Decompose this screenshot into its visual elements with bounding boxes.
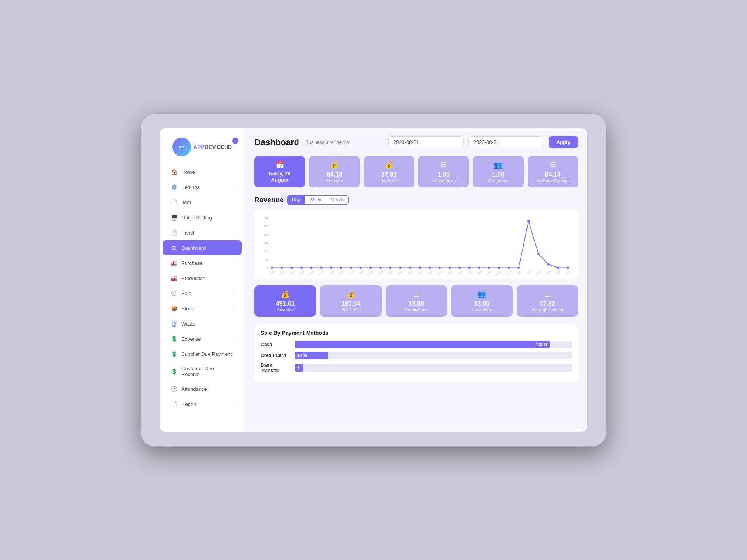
sidebar-item-supplier-due[interactable]: 💲 Supplier Due Payment › <box>163 346 242 361</box>
total-avgreceipt-card: ☰ 37.82 Average Receipt <box>517 285 578 317</box>
tab-month[interactable]: Month <box>326 196 348 204</box>
tablet-screen: APP APPDEV.CO.ID 🏠 Home ⚙️ Se <box>160 128 587 432</box>
revenue-tab-group: Day Week Month <box>287 195 349 205</box>
revenue-section-header: Revenue Day Week Month <box>254 195 578 205</box>
total-transactions-value: 13.00 <box>409 300 424 307</box>
chevron-right-icon: › <box>233 337 234 341</box>
sidebar-item-waste[interactable]: 🗑️ Waste › <box>163 316 242 331</box>
revenue-value: 84.14 <box>326 171 342 178</box>
sidebar-navigation: 🏠 Home ⚙️ Settings › 📄 Item › 🖥️ <box>160 164 245 425</box>
svg-text:09 Aug: 09 Aug <box>347 270 354 275</box>
svg-text:14 Aug: 14 Aug <box>397 270 403 275</box>
payment-row-bank: Bank Transfer 9 <box>261 362 572 373</box>
date-end-input[interactable] <box>468 136 544 148</box>
svg-point-38 <box>508 267 510 269</box>
purchase-icon: 🚛 <box>170 259 177 266</box>
sidebar-item-stock[interactable]: 📦 Stock › <box>163 301 242 316</box>
svg-text:18 Aug: 18 Aug <box>436 270 442 275</box>
chevron-right-icon: › <box>233 231 234 235</box>
svg-text:23 Aug: 23 Aug <box>486 270 492 275</box>
svg-text:10 Aug: 10 Aug <box>357 270 363 275</box>
sidebar-item-customer-due[interactable]: 💲 Customer Due Receive › <box>163 362 242 381</box>
svg-point-41 <box>537 253 540 255</box>
stock-icon: 📦 <box>170 305 177 312</box>
svg-text:16 Aug: 16 Aug <box>416 270 423 275</box>
payment-bar-creditcard: 40.00 <box>295 352 328 359</box>
total-customers-label: Customers <box>472 307 492 312</box>
total-transactions-label: Transactions <box>404 307 429 312</box>
sidebar-item-expense[interactable]: 💲 Expense › <box>163 331 242 346</box>
sidebar-item-report[interactable]: 📄 Report › <box>163 397 242 411</box>
svg-point-15 <box>281 267 283 269</box>
transactions-value: 1.00 <box>438 171 450 178</box>
today-revenue-card: 💰 84.14 Revenue <box>309 156 359 187</box>
payment-methods-section: Sale By Payment Methods Cash 442.11 Cred… <box>254 324 578 382</box>
sidebar-item-item[interactable]: 📄 Item › <box>163 195 242 210</box>
sidebar-item-sale[interactable]: 🛒 Sale › <box>163 286 242 301</box>
item-icon: 📄 <box>170 199 177 206</box>
sidebar-item-settings[interactable]: ⚙️ Settings › <box>163 180 242 194</box>
svg-text:20 Aug: 20 Aug <box>456 270 462 275</box>
transactions-label: Transactions <box>431 178 456 183</box>
payment-label-cash: Cash <box>261 342 292 347</box>
svg-text:07 Aug: 07 Aug <box>328 270 334 275</box>
svg-point-32 <box>449 267 451 269</box>
svg-point-33 <box>458 267 461 269</box>
svg-point-25 <box>379 267 382 269</box>
sidebar-item-label: Settings <box>181 184 200 190</box>
svg-text:100: 100 <box>264 250 269 253</box>
revenue-chart: 300 250 200 150 100 50 0 <box>254 209 578 279</box>
settings-icon: ⚙️ <box>170 184 177 191</box>
chevron-right-icon: › <box>233 387 234 391</box>
svg-point-27 <box>399 267 402 269</box>
sidebar-item-production[interactable]: 🏭 Production › <box>163 271 242 285</box>
tab-day[interactable]: Day <box>287 196 305 204</box>
total-netprofit-icon: 💰 <box>347 290 355 299</box>
total-netprofit-value: 180.54 <box>341 300 360 307</box>
svg-text:24 Aug: 24 Aug <box>495 270 502 275</box>
sidebar-item-dashboard[interactable]: ⊞ Dashboard <box>163 240 242 255</box>
apply-button[interactable]: Apply <box>549 136 578 148</box>
svg-point-20 <box>330 267 332 269</box>
netprofit-value: 37.91 <box>381 171 397 178</box>
main-content: Dashboard Business Intelligence Apply 📅 … <box>245 128 587 432</box>
top-summary-row: 📅 Today, 28, August 💰 84.14 Revenue 💰 37… <box>254 156 578 187</box>
svg-point-17 <box>300 267 303 269</box>
svg-text:19 Aug: 19 Aug <box>446 270 452 275</box>
logo-text: APPDEV.CO.ID <box>193 144 232 150</box>
payment-bar-bank-container: 9 <box>295 364 572 372</box>
payment-row-creditcard: Credit Card 40.00 <box>261 352 572 359</box>
payment-bar-bank: 9 <box>295 364 303 372</box>
total-transactions-card: ☰ 13.00 Transactions <box>386 285 447 317</box>
svg-text:12 Aug: 12 Aug <box>377 270 383 275</box>
date-start-input[interactable] <box>388 136 464 148</box>
sidebar-item-home[interactable]: 🏠 Home <box>163 164 242 179</box>
sidebar-item-label: Sale <box>181 290 191 296</box>
revenue-icon: 💰 <box>330 161 338 169</box>
production-icon: 🏭 <box>170 275 177 282</box>
sale-icon: 🛒 <box>170 290 177 297</box>
tab-week[interactable]: Week <box>305 196 326 204</box>
total-netprofit-label: Net Profit <box>342 307 360 312</box>
payment-methods-title: Sale By Payment Methods <box>261 330 572 336</box>
sidebar-item-outlet[interactable]: 🖥️ Outlet Setting <box>163 210 242 225</box>
today-card: 📅 Today, 28, August <box>254 156 305 187</box>
svg-text:26 Aug: 26 Aug <box>515 270 521 275</box>
svg-text:27 Aug: 27 Aug <box>525 270 531 275</box>
sidebar-item-attendance[interactable]: 🕐 Attendance › <box>163 382 242 396</box>
page-subtitle: Business Intelligence <box>305 140 349 145</box>
panel-icon: 📄 <box>170 229 177 236</box>
payment-row-cash: Cash 442.11 <box>261 341 572 348</box>
svg-text:200: 200 <box>264 233 269 236</box>
svg-point-21 <box>340 267 342 269</box>
dashboard-icon: ⊞ <box>170 244 177 251</box>
payment-value-cash: 442.11 <box>535 343 547 347</box>
avgreceipt-icon: ☰ <box>550 161 556 169</box>
sidebar-item-label: Supplier Due Payment <box>181 351 232 357</box>
svg-text:50: 50 <box>265 258 268 261</box>
svg-point-19 <box>320 267 323 269</box>
sidebar-item-panel[interactable]: 📄 Panel › <box>163 225 242 240</box>
sidebar-item-purchase[interactable]: 🚛 Purchase › <box>163 256 242 270</box>
svg-text:22 Aug: 22 Aug <box>475 270 482 275</box>
svg-text:0: 0 <box>267 266 268 270</box>
